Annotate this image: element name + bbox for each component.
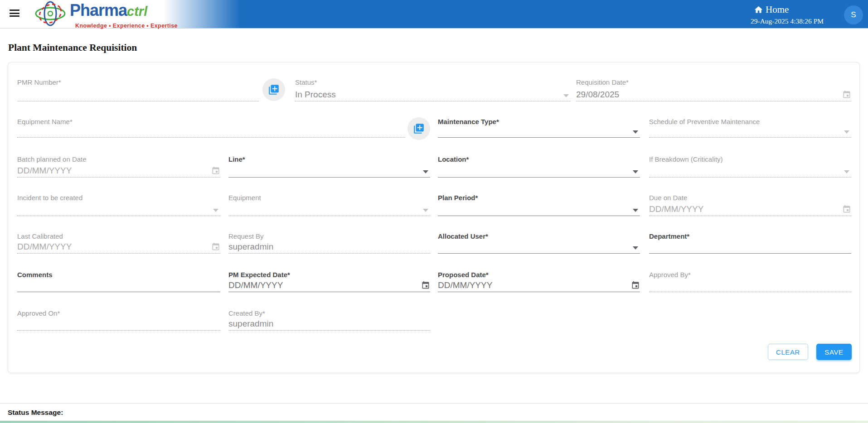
chevron-down-icon [213, 209, 218, 212]
calendar-icon [842, 205, 851, 214]
maintenance-type-select[interactable] [438, 126, 640, 138]
pmr-number-input [17, 87, 259, 101]
menu-icon[interactable] [10, 10, 19, 17]
equipment-name-add-button[interactable] [407, 117, 430, 140]
field-label: Location* [438, 155, 640, 164]
department-field[interactable]: Department* [649, 232, 851, 254]
line-field[interactable]: Line* [228, 155, 430, 178]
location-select[interactable] [438, 164, 640, 178]
allocated-user-field[interactable]: Allocated User* [438, 232, 640, 254]
field-placeholder: DD/MM/YYYY [17, 166, 72, 176]
brand-logo-icon [34, 1, 66, 26]
chevron-down-icon [563, 94, 569, 97]
due-on-date-input: DD/MM/YYYY [649, 202, 851, 216]
incident-to-be-created-select [17, 202, 220, 216]
plan-period-select[interactable] [438, 202, 640, 216]
request-by-input: superadmin [228, 241, 430, 254]
chevron-down-icon[interactable] [633, 170, 638, 173]
field-label: Line* [228, 155, 430, 164]
equipment-field: Equipment [228, 193, 430, 216]
schedule-of-preventive-maintenance-select [649, 126, 851, 138]
calendar-icon [842, 90, 851, 99]
status-select: In Process [295, 87, 571, 101]
pmr-number-field: PMR Number* [17, 78, 259, 101]
requisition-date-field: Requisition Date* 29/08/2025 [576, 78, 851, 101]
field-label: Approved On* [17, 309, 220, 318]
comments-input[interactable] [17, 279, 220, 292]
field-label: If Breakdown (Criticality) [649, 155, 851, 164]
pm-expected-date-field[interactable]: PM Expected Date* DD/MM/YYYY [228, 270, 430, 292]
bottom-accent-strip [0, 421, 868, 423]
library-add-icon [268, 84, 280, 96]
calendar-icon[interactable] [631, 281, 640, 290]
created-by-field: Created By* superadmin [228, 309, 430, 331]
logo-panel: Pharmactrl Knowledge • Experience • Expe… [0, 0, 240, 28]
save-button[interactable]: SAVE [816, 344, 852, 360]
brand: Pharmactrl Knowledge • Experience • Expe… [70, 2, 178, 29]
proposed-date-input[interactable]: DD/MM/YYYY [438, 279, 640, 292]
calendar-icon[interactable] [421, 281, 430, 290]
home-label: Home [766, 4, 789, 15]
department-input[interactable] [649, 241, 851, 254]
field-label: Department* [649, 232, 851, 241]
comments-field[interactable]: Comments [17, 270, 220, 292]
chevron-down-icon[interactable] [423, 170, 428, 173]
equipment-name-field: Equipment Name* [17, 117, 405, 138]
field-label: Schedule of Preventive Maintenance [649, 117, 851, 126]
proposed-date-field[interactable]: Proposed Date* DD/MM/YYYY [438, 270, 640, 292]
approved-by-field: Approved By* [649, 270, 851, 292]
field-placeholder: DD/MM/YYYY [228, 280, 283, 290]
chevron-down-icon[interactable] [633, 209, 638, 212]
field-label: Equipment Name* [17, 117, 405, 126]
library-add-icon [413, 123, 425, 135]
field-label: Allocated User* [438, 232, 640, 241]
field-label: PM Expected Date* [228, 270, 430, 279]
chevron-down-icon[interactable] [633, 130, 638, 134]
user-avatar[interactable]: S [844, 5, 863, 24]
field-label: Incident to be created [17, 193, 220, 202]
plan-period-field[interactable]: Plan Period* [438, 193, 640, 216]
equipment-select [228, 202, 430, 216]
request-by-field: Request By superadmin [228, 232, 430, 254]
pmr-number-add-button[interactable] [262, 78, 285, 101]
approved-by-input [649, 279, 851, 292]
requisition-date-input: 29/08/2025 [576, 87, 851, 101]
brand-name: Pharmactrl [70, 2, 178, 22]
field-label: Plan Period* [438, 193, 640, 202]
calendar-icon [211, 242, 220, 251]
field-value: superadmin [228, 319, 273, 329]
maintenance-type-field[interactable]: Maintenance Type* [438, 117, 640, 138]
incident-to-be-created-field: Incident to be created [17, 193, 220, 216]
field-placeholder: DD/MM/YYYY [17, 242, 72, 252]
batch-planned-on-date-input: DD/MM/YYYY [17, 164, 220, 178]
page-title: Plant Maintenance Requisition [8, 42, 137, 53]
approved-on-input [17, 318, 220, 331]
field-label: Proposed Date* [438, 270, 640, 279]
app-window: Pharmactrl Knowledge • Experience • Expe… [0, 0, 868, 423]
avatar-initial: S [851, 10, 856, 19]
location-field[interactable]: Location* [438, 155, 640, 178]
status-field: Status* In Process [295, 78, 571, 101]
batch-planned-on-date-field: Batch planned on Date DD/MM/YYYY [17, 155, 220, 178]
chevron-down-icon[interactable] [633, 246, 638, 250]
field-label: Created By* [228, 309, 430, 318]
created-by-input: superadmin [228, 318, 430, 331]
clear-button[interactable]: CLEAR [768, 344, 808, 360]
field-placeholder: DD/MM/YYYY [438, 280, 492, 290]
due-on-date-field: Due on Date DD/MM/YYYY [649, 193, 851, 216]
pm-expected-date-input[interactable]: DD/MM/YYYY [228, 279, 430, 292]
form-card: PMR Number* Status* In Process Requisiti… [8, 62, 860, 373]
field-label: Batch planned on Date [17, 155, 220, 164]
brand-name-primary: Pharma [70, 1, 127, 19]
allocated-user-select[interactable] [438, 241, 640, 254]
brand-tagline: Knowledge • Experience • Expertise [70, 23, 178, 29]
if-breakdown-criticality-select [649, 164, 851, 178]
line-select[interactable] [228, 164, 430, 178]
calendar-icon [211, 166, 220, 175]
field-label: Maintenance Type* [438, 117, 640, 126]
field-label: Due on Date [649, 193, 851, 202]
field-label: Equipment [228, 193, 430, 202]
home-link[interactable]: Home [754, 4, 789, 15]
field-placeholder: DD/MM/YYYY [649, 204, 703, 214]
chevron-down-icon [423, 209, 428, 212]
